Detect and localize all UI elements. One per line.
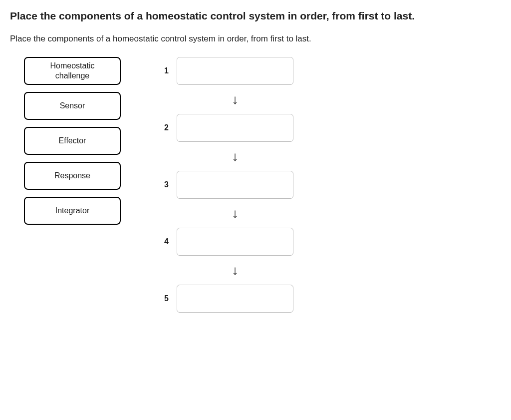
slot-number: 4 — [161, 237, 169, 246]
question-title: Place the components of a homeostatic co… — [10, 10, 501, 22]
arrow-down-icon: ↓ — [232, 207, 239, 220]
drop-slot-2[interactable] — [177, 114, 293, 142]
drag-item-effector[interactable]: Effector — [24, 127, 121, 155]
slot-row: 1 — [161, 57, 293, 85]
drop-slot-5[interactable] — [177, 285, 293, 313]
question-subtitle: Place the components of a homeostatic co… — [10, 34, 501, 44]
draggable-items-column: Homeostaticchallenge Sensor Effector Res… — [10, 57, 121, 313]
slot-number: 1 — [161, 66, 169, 75]
slot-row: 2 — [161, 114, 293, 142]
drop-slot-4[interactable] — [177, 228, 293, 256]
slot-row: 5 — [161, 285, 293, 313]
slot-number: 5 — [161, 294, 169, 303]
arrow-down-icon: ↓ — [232, 93, 239, 106]
drop-slots-column: 1 ↓ 2 ↓ 3 ↓ 4 ↓ 5 — [161, 57, 293, 313]
slot-row: 4 — [161, 228, 293, 256]
slot-number: 2 — [161, 123, 169, 132]
drop-slot-1[interactable] — [177, 57, 293, 85]
drag-item-integrator[interactable]: Integrator — [24, 197, 121, 225]
drag-item-response[interactable]: Response — [24, 162, 121, 190]
question-content: Homeostaticchallenge Sensor Effector Res… — [10, 57, 501, 313]
arrow-down-icon: ↓ — [232, 264, 239, 277]
arrow-down-icon: ↓ — [232, 150, 239, 163]
slot-number: 3 — [161, 180, 169, 189]
drag-item-homeostatic-challenge[interactable]: Homeostaticchallenge — [24, 57, 121, 85]
slot-row: 3 — [161, 171, 293, 199]
drop-slot-3[interactable] — [177, 171, 293, 199]
drag-item-sensor[interactable]: Sensor — [24, 92, 121, 120]
